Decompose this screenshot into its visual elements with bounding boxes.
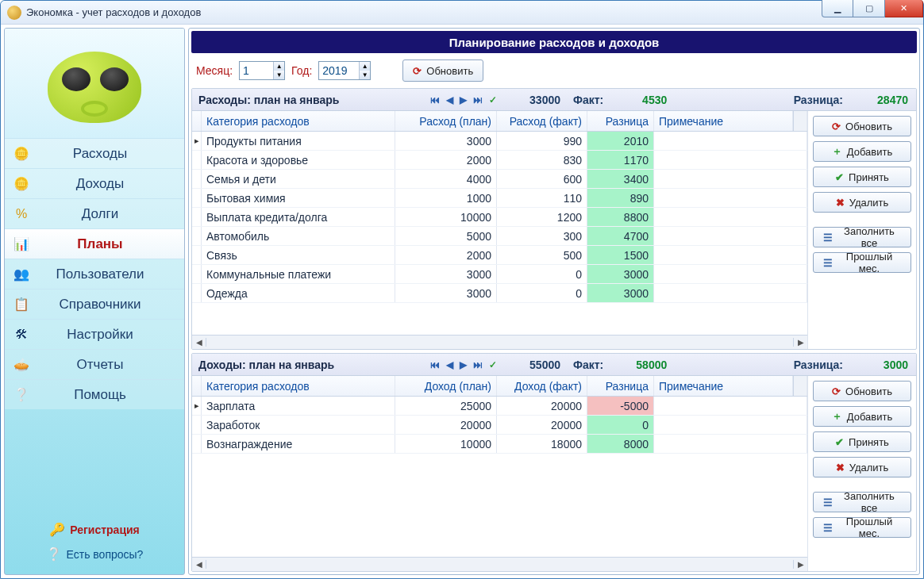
prev-month-button[interactable]: ☰Прошлый мес. xyxy=(813,252,911,273)
fill-all-button[interactable]: ☰Заполнить все xyxy=(813,492,911,512)
table-row[interactable]: Коммунальные платежи300003000 xyxy=(192,265,807,284)
sidebar-item-refs[interactable]: 📋 Справочники xyxy=(5,289,184,319)
table-row[interactable]: Заработок20000200000 xyxy=(192,416,807,435)
accept-button[interactable]: ✔Принять xyxy=(813,431,911,452)
cell-category[interactable]: Зарплата xyxy=(202,397,395,415)
cell-fact[interactable]: 0 xyxy=(497,284,587,302)
cell-fact[interactable]: 20000 xyxy=(497,416,587,434)
cell-plan[interactable]: 10000 xyxy=(395,208,497,226)
cell-plan[interactable]: 2000 xyxy=(395,246,497,264)
cell-category[interactable]: Выплата кредита/долга xyxy=(202,208,395,226)
col-fact[interactable]: Доход (факт) xyxy=(497,376,587,396)
cell-diff[interactable]: 3000 xyxy=(587,284,654,302)
sidebar-item-expenses[interactable]: 🪙 Расходы xyxy=(5,138,184,168)
cell-note[interactable] xyxy=(654,265,807,283)
cell-category[interactable]: Продукты питания xyxy=(202,132,395,150)
col-plan[interactable]: Расход (план) xyxy=(395,111,497,131)
col-category[interactable]: Категория расходов xyxy=(202,111,395,131)
cell-diff[interactable]: 8000 xyxy=(587,435,654,453)
cell-note[interactable] xyxy=(654,435,807,453)
maximize-button[interactable]: ▢ xyxy=(853,0,885,17)
cell-diff[interactable]: -5000 xyxy=(587,397,654,415)
vscroll-gutter[interactable] xyxy=(793,111,807,131)
table-row[interactable]: Бытовая химия1000110890 xyxy=(192,189,807,208)
cell-fact[interactable]: 110 xyxy=(497,189,587,207)
cell-note[interactable] xyxy=(654,246,807,264)
cell-category[interactable]: Красота и здоровье xyxy=(202,151,395,169)
scroll-left-icon[interactable]: ◀ xyxy=(192,338,206,347)
cell-fact[interactable]: 500 xyxy=(497,246,587,264)
cell-fact[interactable]: 300 xyxy=(497,227,587,245)
cell-fact[interactable]: 1200 xyxy=(497,208,587,226)
cell-fact[interactable]: 20000 xyxy=(497,397,587,415)
cell-note[interactable] xyxy=(654,189,807,207)
table-row[interactable]: ▸Продукты питания30009902010 xyxy=(192,132,807,151)
nav-next-icon[interactable]: ▶ xyxy=(460,94,467,105)
cell-plan[interactable]: 4000 xyxy=(395,170,497,188)
cell-category[interactable]: Семья и дети xyxy=(202,170,395,188)
table-row[interactable]: Красота и здоровье20008301170 xyxy=(192,151,807,170)
fill-all-button[interactable]: ☰Заполнить все xyxy=(813,227,911,247)
table-row[interactable]: Связь20005001500 xyxy=(192,246,807,265)
refresh-button[interactable]: ⟳Обновить xyxy=(813,381,911,401)
cell-note[interactable] xyxy=(654,397,807,415)
nav-prev-icon[interactable]: ◀ xyxy=(446,94,453,105)
add-button[interactable]: ＋Добавить xyxy=(813,406,911,427)
col-note[interactable]: Примечание xyxy=(654,111,793,131)
minimize-button[interactable]: ▁ xyxy=(822,0,853,17)
table-row[interactable]: Вознаграждение10000180008000 xyxy=(192,435,807,454)
sidebar-item-settings[interactable]: 🛠 Настройки xyxy=(5,319,184,349)
cell-diff[interactable]: 8800 xyxy=(587,208,654,226)
cell-note[interactable] xyxy=(654,208,807,226)
scroll-left-icon[interactable]: ◀ xyxy=(192,560,206,569)
cell-category[interactable]: Бытовая химия xyxy=(202,189,395,207)
cell-plan[interactable]: 1000 xyxy=(395,189,497,207)
expenses-hscroll[interactable]: ◀ ▶ xyxy=(192,335,807,349)
cell-note[interactable] xyxy=(654,151,807,169)
prev-month-button[interactable]: ☰Прошлый мес. xyxy=(813,517,911,538)
sidebar-item-incomes[interactable]: 🪙 Доходы xyxy=(5,168,184,198)
table-row[interactable]: Автомобиль50003004700 xyxy=(192,227,807,246)
nav-check-icon[interactable]: ✓ xyxy=(489,359,497,370)
cell-diff[interactable]: 2010 xyxy=(587,132,654,150)
cell-note[interactable] xyxy=(654,132,807,150)
close-button[interactable]: ✕ xyxy=(885,0,923,17)
cell-fact[interactable]: 18000 xyxy=(497,435,587,453)
questions-link[interactable]: ❔ Есть вопросы? xyxy=(5,542,184,566)
cell-category[interactable]: Автомобиль xyxy=(202,227,395,245)
spinner-down-icon[interactable]: ▼ xyxy=(274,71,284,79)
col-note[interactable]: Примечание xyxy=(654,376,793,396)
nav-first-icon[interactable]: ⏮ xyxy=(430,359,440,370)
cell-diff[interactable]: 1500 xyxy=(587,246,654,264)
delete-button[interactable]: ✖Удалить xyxy=(813,192,911,213)
sidebar-item-users[interactable]: 👥 Пользователи xyxy=(5,259,184,289)
scroll-right-icon[interactable]: ▶ xyxy=(793,560,807,569)
cell-plan[interactable]: 5000 xyxy=(395,227,497,245)
cell-plan[interactable]: 3000 xyxy=(395,265,497,283)
table-row[interactable]: ▸Зарплата2500020000-5000 xyxy=(192,397,807,416)
col-diff[interactable]: Разница xyxy=(587,111,654,131)
year-input[interactable] xyxy=(319,64,359,77)
incomes-rows[interactable]: ▸Зарплата2500020000-5000Заработок2000020… xyxy=(192,397,807,557)
cell-fact[interactable]: 830 xyxy=(497,151,587,169)
cell-diff[interactable]: 3000 xyxy=(587,265,654,283)
accept-button[interactable]: ✔Принять xyxy=(813,167,911,187)
month-spinner[interactable]: ▲▼ xyxy=(239,61,285,80)
spinner-down-icon[interactable]: ▼ xyxy=(360,71,370,79)
month-input[interactable] xyxy=(240,64,273,77)
cell-plan[interactable]: 3000 xyxy=(395,132,497,150)
cell-plan[interactable]: 25000 xyxy=(395,397,497,415)
sidebar-item-help[interactable]: ❔ Помощь xyxy=(5,379,184,409)
sidebar-item-reports[interactable]: 🥧 Отчеты xyxy=(5,349,184,379)
cell-fact[interactable]: 0 xyxy=(497,265,587,283)
cell-category[interactable]: Связь xyxy=(202,246,395,264)
cell-diff[interactable]: 4700 xyxy=(587,227,654,245)
cell-category[interactable]: Одежда xyxy=(202,284,395,302)
scroll-right-icon[interactable]: ▶ xyxy=(793,338,807,347)
nav-first-icon[interactable]: ⏮ xyxy=(430,94,440,105)
cell-plan[interactable]: 2000 xyxy=(395,151,497,169)
refresh-button[interactable]: ⟳Обновить xyxy=(813,116,911,136)
nav-last-icon[interactable]: ⏭ xyxy=(473,359,483,370)
table-row[interactable]: Одежда300003000 xyxy=(192,284,807,303)
col-category[interactable]: Категория расходов xyxy=(202,376,395,396)
